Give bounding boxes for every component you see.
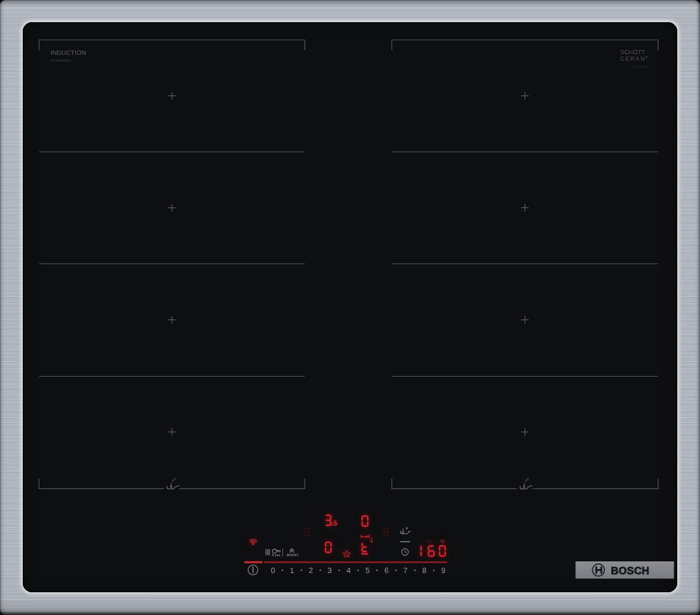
svg-text:4 sec: 4 sec bbox=[272, 554, 281, 557]
svg-text:SCHÖTT: SCHÖTT bbox=[621, 49, 645, 56]
svg-text:9001776568: 9001776568 bbox=[634, 65, 649, 68]
svg-text:5: 5 bbox=[365, 566, 369, 575]
svg-text:2: 2 bbox=[309, 566, 313, 575]
svg-text:CERAN: CERAN bbox=[621, 56, 646, 62]
svg-text:1: 1 bbox=[290, 566, 294, 575]
svg-text:6: 6 bbox=[384, 566, 388, 575]
svg-text:7: 7 bbox=[403, 566, 407, 575]
svg-text:8: 8 bbox=[422, 566, 426, 575]
svg-text:3: 3 bbox=[328, 566, 332, 575]
svg-text:INDUCTION: INDUCTION bbox=[51, 50, 86, 57]
svg-text:BOOST: BOOST bbox=[286, 554, 299, 557]
svg-text:®: ® bbox=[645, 55, 648, 59]
svg-text:°C: °C bbox=[440, 540, 445, 544]
svg-text:9: 9 bbox=[441, 566, 445, 575]
svg-text:PXX645HC1: PXX645HC1 bbox=[51, 59, 71, 63]
svg-text:min s: min s bbox=[426, 540, 433, 543]
svg-text:0: 0 bbox=[271, 566, 275, 575]
svg-text:BOSCH: BOSCH bbox=[611, 565, 649, 577]
svg-text:4: 4 bbox=[346, 566, 351, 575]
